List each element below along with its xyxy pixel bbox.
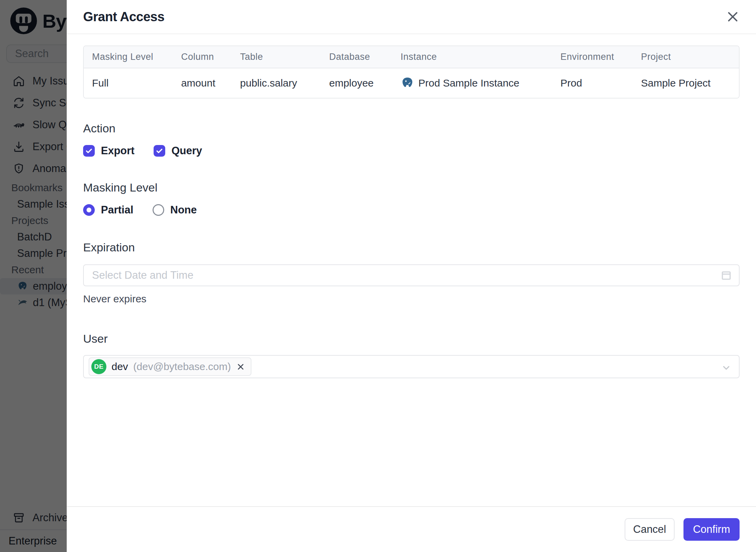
action-options: Export Query <box>83 145 740 157</box>
modal-footer: Cancel Confirm <box>67 506 756 552</box>
calendar-icon[interactable] <box>720 270 732 281</box>
user-name: dev <box>112 361 128 372</box>
instance-name: Prod Sample Instance <box>418 77 519 89</box>
user-select[interactable]: DE dev (dev@bytebase.com) <box>83 355 740 378</box>
col-header-masking-level: Masking Level <box>84 46 173 68</box>
cell-environment: Prod <box>552 68 633 98</box>
col-header-table: Table <box>232 46 321 68</box>
grant-access-modal: Grant Access Masking Level Column Table … <box>67 0 756 552</box>
close-button[interactable] <box>725 9 741 25</box>
avatar: DE <box>91 359 106 374</box>
modal-title: Grant Access <box>83 10 165 24</box>
action-heading: Action <box>83 122 740 135</box>
masking-level-heading: Masking Level <box>83 181 740 194</box>
col-header-database: Database <box>321 46 392 68</box>
cancel-button[interactable]: Cancel <box>625 518 675 541</box>
checkbox-label: Query <box>171 145 202 157</box>
user-tag: DE dev (dev@bytebase.com) <box>89 357 251 376</box>
cell-instance: Prod Sample Instance <box>392 68 552 98</box>
col-header-project: Project <box>633 46 739 68</box>
cell-table: public.salary <box>232 68 321 98</box>
query-checkbox[interactable]: Query <box>154 145 202 157</box>
col-header-environment: Environment <box>552 46 633 68</box>
radio-label: Partial <box>101 204 133 216</box>
table-header-row: Masking Level Column Table Database Inst… <box>84 46 739 68</box>
expiration-datetime-input[interactable] <box>83 264 740 286</box>
checkbox-checked-icon <box>83 145 95 157</box>
access-summary-table: Masking Level Column Table Database Inst… <box>83 45 740 98</box>
checkbox-checked-icon <box>154 145 165 157</box>
expiration-heading: Expiration <box>83 241 740 254</box>
col-header-instance: Instance <box>392 46 552 68</box>
cell-project: Sample Project <box>633 68 739 98</box>
col-header-column: Column <box>173 46 232 68</box>
confirm-button[interactable]: Confirm <box>683 518 740 541</box>
radio-selected-icon <box>83 204 95 216</box>
table-row: Full amount public.salary employee Prod … <box>84 68 739 98</box>
export-checkbox[interactable]: Export <box>83 145 134 157</box>
cell-masking-level: Full <box>84 68 173 98</box>
none-radio[interactable]: None <box>153 204 197 216</box>
cell-database: employee <box>321 68 392 98</box>
cell-column: amount <box>173 68 232 98</box>
user-heading: User <box>83 332 740 345</box>
modal-header: Grant Access <box>67 0 756 34</box>
radio-label: None <box>170 204 197 216</box>
checkbox-label: Export <box>101 145 134 157</box>
user-email: (dev@bytebase.com) <box>133 361 231 372</box>
postgres-icon <box>401 76 414 90</box>
close-icon <box>726 10 740 24</box>
remove-user-button[interactable] <box>236 362 245 371</box>
radio-unselected-icon <box>153 204 164 216</box>
expiration-note: Never expires <box>83 293 740 305</box>
chevron-down-icon[interactable] <box>721 363 731 373</box>
close-icon <box>236 362 245 371</box>
partial-radio[interactable]: Partial <box>83 204 133 216</box>
masking-level-options: Partial None <box>83 204 740 216</box>
modal-body: Masking Level Column Table Database Inst… <box>67 34 756 506</box>
